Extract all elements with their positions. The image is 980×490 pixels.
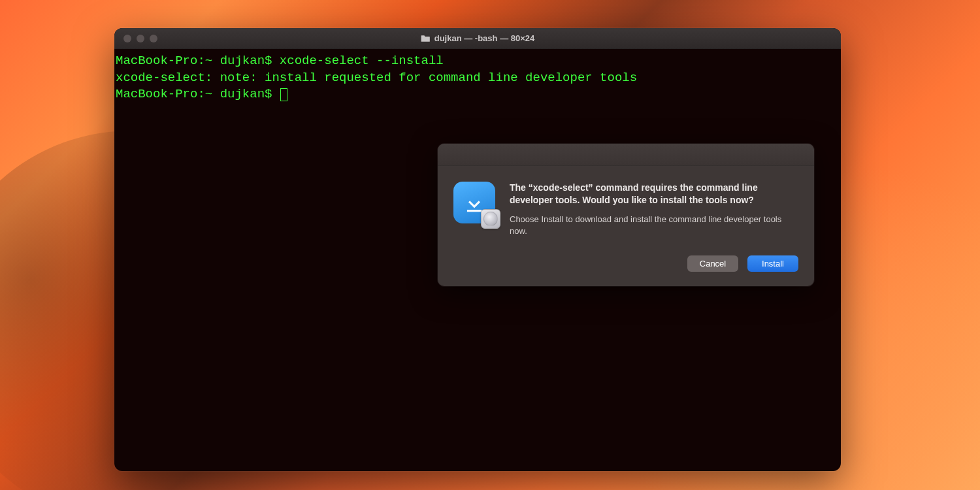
prompt: MacBook-Pro:~ dujkan$: [116, 54, 280, 68]
traffic-lights: [114, 35, 157, 42]
install-button[interactable]: Install: [747, 255, 798, 272]
folder-icon: [421, 35, 431, 42]
terminal-line: MacBook-Pro:~ dujkan$ xcode-select --ins…: [116, 53, 840, 70]
dialog-text: The “xcode-select” command requires the …: [510, 182, 798, 272]
dialog-body: The “xcode-select” command requires the …: [438, 166, 814, 286]
titlebar: dujkan — -bash — 80×24: [114, 28, 841, 49]
prompt: MacBook-Pro:~ dujkan$: [116, 87, 280, 101]
close-button[interactable]: [123, 35, 131, 42]
minimize-button[interactable]: [137, 35, 144, 42]
output: xcode-select: note: install requested fo…: [116, 71, 637, 85]
disk-icon: [481, 209, 500, 229]
dialog-title: The “xcode-select” command requires the …: [510, 182, 798, 207]
dialog-titlebar: [438, 144, 814, 166]
dialog-icon: [453, 182, 498, 226]
install-dialog: The “xcode-select” command requires the …: [438, 144, 814, 286]
cancel-button[interactable]: Cancel: [687, 255, 738, 272]
maximize-button[interactable]: [150, 35, 157, 42]
terminal-line: MacBook-Pro:~ dujkan$: [116, 86, 840, 103]
dialog-buttons: Cancel Install: [510, 255, 798, 272]
terminal-line: xcode-select: note: install requested fo…: [116, 70, 840, 87]
command: xcode-select --install: [280, 54, 444, 68]
window-title-text: dujkan — -bash — 80×24: [434, 33, 535, 43]
dialog-subtitle: Choose Install to download and install t…: [510, 214, 798, 237]
window-title: dujkan — -bash — 80×24: [421, 33, 535, 43]
cursor: [280, 88, 287, 101]
terminal-content[interactable]: MacBook-Pro:~ dujkan$ xcode-select --ins…: [114, 49, 841, 107]
